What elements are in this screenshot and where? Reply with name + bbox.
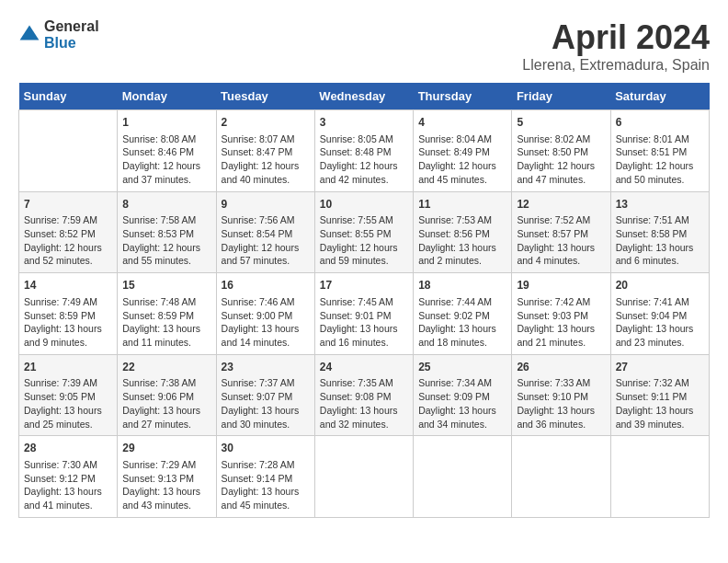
calendar-cell: 15Sunrise: 7:48 AM Sunset: 8:59 PM Dayli…	[118, 273, 216, 355]
day-info: Sunrise: 7:56 AM Sunset: 8:54 PM Dayligh…	[222, 213, 310, 268]
logo-line1: General	[44, 18, 99, 35]
day-number: 10	[320, 197, 408, 213]
calendar-cell: 20Sunrise: 7:41 AM Sunset: 9:04 PM Dayli…	[610, 273, 709, 355]
calendar-cell	[19, 110, 118, 192]
calendar-cell: 23Sunrise: 7:37 AM Sunset: 9:07 PM Dayli…	[216, 354, 314, 436]
calendar-cell: 30Sunrise: 7:28 AM Sunset: 9:14 PM Dayli…	[216, 436, 314, 518]
calendar-cell: 4Sunrise: 8:04 AM Sunset: 8:49 PM Daylig…	[414, 110, 512, 192]
day-number: 15	[122, 278, 210, 293]
week-row-1: 1Sunrise: 8:08 AM Sunset: 8:46 PM Daylig…	[19, 110, 710, 192]
day-info: Sunrise: 7:33 AM Sunset: 9:10 PM Dayligh…	[517, 376, 605, 431]
weekday-header-row: SundayMondayTuesdayWednesdayThursdayFrid…	[19, 83, 710, 110]
calendar-cell: 12Sunrise: 7:52 AM Sunset: 8:57 PM Dayli…	[512, 191, 610, 273]
calendar-cell: 6Sunrise: 8:01 AM Sunset: 8:51 PM Daylig…	[610, 110, 709, 192]
calendar-cell: 29Sunrise: 7:29 AM Sunset: 9:13 PM Dayli…	[118, 436, 216, 518]
day-info: Sunrise: 8:01 AM Sunset: 8:51 PM Dayligh…	[616, 132, 704, 187]
day-info: Sunrise: 7:55 AM Sunset: 8:55 PM Dayligh…	[320, 213, 408, 268]
day-number: 25	[418, 360, 506, 375]
calendar-cell: 5Sunrise: 8:02 AM Sunset: 8:50 PM Daylig…	[512, 110, 610, 192]
day-info: Sunrise: 7:46 AM Sunset: 9:00 PM Dayligh…	[222, 295, 310, 350]
day-number: 8	[122, 197, 210, 213]
day-number: 20	[616, 278, 704, 293]
calendar-cell: 18Sunrise: 7:44 AM Sunset: 9:02 PM Dayli…	[414, 273, 512, 355]
calendar-table: SundayMondayTuesdayWednesdayThursdayFrid…	[18, 83, 710, 518]
day-number: 11	[418, 197, 506, 213]
calendar-cell: 17Sunrise: 7:45 AM Sunset: 9:01 PM Dayli…	[314, 273, 413, 355]
logo-text: General Blue	[44, 18, 99, 52]
calendar-cell: 11Sunrise: 7:53 AM Sunset: 8:56 PM Dayli…	[414, 191, 512, 273]
day-info: Sunrise: 7:38 AM Sunset: 9:06 PM Dayligh…	[122, 376, 210, 431]
week-row-4: 21Sunrise: 7:39 AM Sunset: 9:05 PM Dayli…	[19, 354, 710, 436]
day-number: 2	[222, 115, 310, 131]
calendar-cell: 2Sunrise: 8:07 AM Sunset: 8:47 PM Daylig…	[216, 110, 314, 192]
day-info: Sunrise: 7:48 AM Sunset: 8:59 PM Dayligh…	[122, 295, 210, 350]
day-number: 13	[616, 197, 704, 213]
day-info: Sunrise: 7:42 AM Sunset: 9:03 PM Dayligh…	[517, 295, 605, 350]
day-number: 5	[517, 115, 605, 131]
weekday-header-monday: Monday	[118, 83, 216, 110]
day-info: Sunrise: 7:30 AM Sunset: 9:12 PM Dayligh…	[24, 458, 112, 512]
day-info: Sunrise: 7:35 AM Sunset: 9:08 PM Dayligh…	[320, 376, 408, 431]
day-number: 28	[24, 441, 112, 456]
calendar-cell: 14Sunrise: 7:49 AM Sunset: 8:59 PM Dayli…	[19, 273, 118, 355]
day-info: Sunrise: 7:53 AM Sunset: 8:56 PM Dayligh…	[418, 213, 506, 268]
day-info: Sunrise: 8:08 AM Sunset: 8:46 PM Dayligh…	[122, 132, 210, 187]
main-title: April 2024	[522, 18, 710, 57]
svg-marker-0	[20, 26, 40, 40]
day-info: Sunrise: 7:29 AM Sunset: 9:13 PM Dayligh…	[122, 458, 210, 512]
day-number: 22	[122, 360, 210, 375]
day-info: Sunrise: 7:44 AM Sunset: 9:02 PM Dayligh…	[418, 295, 506, 350]
calendar-cell: 19Sunrise: 7:42 AM Sunset: 9:03 PM Dayli…	[512, 273, 610, 355]
calendar-cell: 24Sunrise: 7:35 AM Sunset: 9:08 PM Dayli…	[314, 354, 413, 436]
weekday-header-tuesday: Tuesday	[216, 83, 314, 110]
day-number: 26	[517, 360, 605, 375]
day-number: 6	[616, 115, 704, 131]
calendar-cell	[512, 436, 610, 518]
day-number: 12	[517, 197, 605, 213]
calendar-cell: 1Sunrise: 8:08 AM Sunset: 8:46 PM Daylig…	[118, 110, 216, 192]
day-info: Sunrise: 7:49 AM Sunset: 8:59 PM Dayligh…	[24, 295, 112, 350]
day-info: Sunrise: 7:59 AM Sunset: 8:52 PM Dayligh…	[24, 213, 112, 268]
day-info: Sunrise: 8:05 AM Sunset: 8:48 PM Dayligh…	[320, 132, 408, 187]
day-number: 30	[222, 441, 310, 456]
day-info: Sunrise: 7:51 AM Sunset: 8:58 PM Dayligh…	[616, 213, 704, 268]
day-info: Sunrise: 7:39 AM Sunset: 9:05 PM Dayligh…	[24, 376, 112, 431]
calendar-cell: 9Sunrise: 7:56 AM Sunset: 8:54 PM Daylig…	[216, 191, 314, 273]
day-number: 1	[122, 115, 210, 131]
calendar-cell: 8Sunrise: 7:58 AM Sunset: 8:53 PM Daylig…	[118, 191, 216, 273]
day-info: Sunrise: 7:34 AM Sunset: 9:09 PM Dayligh…	[418, 376, 506, 431]
day-number: 24	[320, 360, 408, 375]
day-number: 29	[122, 441, 210, 456]
weekday-header-friday: Friday	[512, 83, 610, 110]
weekday-header-thursday: Thursday	[414, 83, 512, 110]
title-section: April 2024 Llerena, Extremadura, Spain	[522, 18, 710, 74]
calendar-cell: 26Sunrise: 7:33 AM Sunset: 9:10 PM Dayli…	[512, 354, 610, 436]
day-number: 23	[222, 360, 310, 375]
day-number: 18	[418, 278, 506, 293]
day-info: Sunrise: 8:02 AM Sunset: 8:50 PM Dayligh…	[517, 132, 605, 187]
logo-line2: Blue	[44, 35, 99, 52]
weekday-header-saturday: Saturday	[610, 83, 709, 110]
logo: General Blue	[18, 18, 99, 52]
weekday-header-wednesday: Wednesday	[314, 83, 413, 110]
day-info: Sunrise: 8:04 AM Sunset: 8:49 PM Dayligh…	[418, 132, 506, 187]
day-info: Sunrise: 7:32 AM Sunset: 9:11 PM Dayligh…	[616, 376, 704, 431]
calendar-cell: 27Sunrise: 7:32 AM Sunset: 9:11 PM Dayli…	[610, 354, 709, 436]
day-info: Sunrise: 7:45 AM Sunset: 9:01 PM Dayligh…	[320, 295, 408, 350]
day-number: 27	[616, 360, 704, 375]
day-number: 14	[24, 278, 112, 293]
day-info: Sunrise: 7:37 AM Sunset: 9:07 PM Dayligh…	[222, 376, 310, 431]
calendar-cell: 3Sunrise: 8:05 AM Sunset: 8:48 PM Daylig…	[314, 110, 413, 192]
calendar-cell: 22Sunrise: 7:38 AM Sunset: 9:06 PM Dayli…	[118, 354, 216, 436]
day-number: 9	[222, 197, 310, 213]
day-number: 21	[24, 360, 112, 375]
calendar-cell: 21Sunrise: 7:39 AM Sunset: 9:05 PM Dayli…	[19, 354, 118, 436]
calendar-cell: 25Sunrise: 7:34 AM Sunset: 9:09 PM Dayli…	[414, 354, 512, 436]
week-row-3: 14Sunrise: 7:49 AM Sunset: 8:59 PM Dayli…	[19, 273, 710, 355]
day-info: Sunrise: 7:58 AM Sunset: 8:53 PM Dayligh…	[122, 213, 210, 268]
day-info: Sunrise: 7:41 AM Sunset: 9:04 PM Dayligh…	[616, 295, 704, 350]
day-number: 3	[320, 115, 408, 131]
day-number: 19	[517, 278, 605, 293]
calendar-cell: 16Sunrise: 7:46 AM Sunset: 9:00 PM Dayli…	[216, 273, 314, 355]
subtitle: Llerena, Extremadura, Spain	[522, 57, 710, 74]
